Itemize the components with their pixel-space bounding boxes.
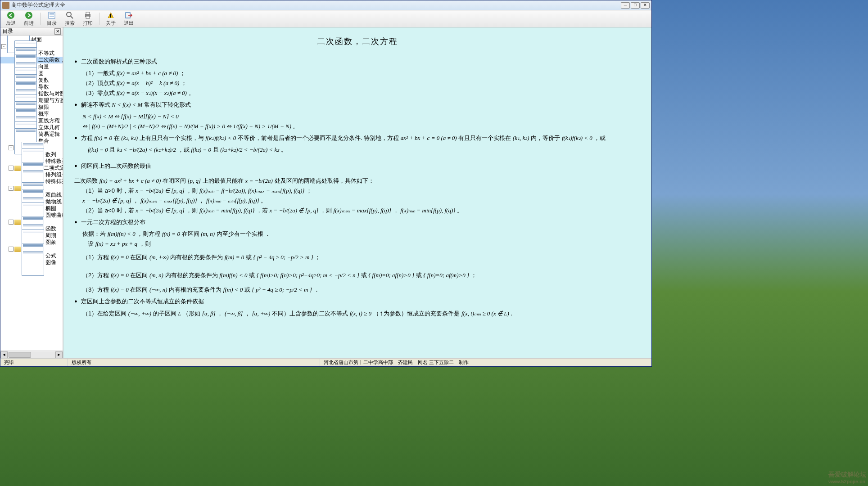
- toolbar-about-button[interactable]: 关于: [104, 11, 118, 27]
- content-pane: 二次函数，二次方程 二次函数的解析式的三种形式 （1）一般式 f(x) = ax…: [63, 27, 651, 358]
- toc-tree: 封面-常用公式不等式二次函数，二次方程向量圆复数导数指数与对数期望与方差极限概率…: [0, 36, 63, 351]
- print-icon: [84, 11, 92, 19]
- titlebar: 高中数学公式定理大全 ─ □ ✕: [0, 0, 651, 10]
- toolbar-print-button[interactable]: 打印: [81, 11, 95, 27]
- sidebar-header: 目录 ✕: [0, 27, 63, 36]
- exit-icon: [125, 11, 133, 19]
- svg-point-1: [25, 12, 32, 19]
- toolbar-label: 退出: [124, 20, 134, 27]
- toc-icon: [48, 11, 56, 19]
- svg-point-6: [67, 12, 71, 17]
- svg-line-7: [71, 16, 73, 18]
- tree-label: 图象: [45, 238, 56, 246]
- tree-node[interactable]: 图像: [0, 259, 63, 266]
- toolbar-label: 后退: [6, 20, 16, 27]
- forward-icon: [25, 11, 33, 19]
- sidebar: 目录 ✕ 封面-常用公式不等式二次函数，二次方程向量圆复数导数指数与对数期望与方…: [0, 27, 63, 358]
- sidebar-title: 目录: [2, 27, 13, 35]
- tree-toggle-icon[interactable]: -: [9, 166, 14, 171]
- tree-toggle-icon[interactable]: -: [9, 186, 14, 191]
- watermark: 吾爱破解论坛 www.52pojie.cn: [828, 471, 866, 484]
- formula: f(x) = a(x − x₁)(x − x₂)(a ≠ 0): [117, 90, 187, 96]
- toolbar: 后退前进目录搜索打印关于退出: [0, 10, 651, 27]
- toolbar-label: 搜索: [65, 20, 75, 27]
- scroll-left-icon[interactable]: ◄: [0, 351, 8, 358]
- app-icon: [2, 2, 9, 9]
- heading-param: 定区间上含参数的二次不等式恒成立的条件依据: [81, 297, 204, 306]
- tree-toggle-icon[interactable]: -: [9, 145, 14, 150]
- folder-icon: [14, 247, 21, 252]
- window-title: 高中数学公式定理大全: [11, 1, 621, 9]
- tree-toggle-icon[interactable]: -: [9, 220, 14, 225]
- tree-label: 特殊排列: [45, 178, 63, 185]
- page-icon: [22, 250, 44, 276]
- formula: N < f(x) < M ⇔ [f(x) − M][f(x) − N] < 0: [82, 112, 641, 122]
- svg-rect-2: [49, 12, 55, 18]
- tree-label: 图像: [45, 259, 56, 266]
- folder-icon: [14, 186, 21, 191]
- svg-rect-10: [86, 16, 90, 18]
- close-button[interactable]: ✕: [641, 2, 650, 9]
- minimize-button[interactable]: ─: [621, 2, 630, 9]
- formula: f(x) = a(x − h)² + k (a ≠ 0): [117, 80, 180, 86]
- search-icon: [66, 11, 74, 19]
- heading-closed-interval: 闭区间上的二次函数的最值: [81, 161, 151, 171]
- toolbar-label: 前进: [24, 20, 34, 27]
- heading-forms: 二次函数的解析式的三种形式: [81, 57, 157, 67]
- about-icon: [107, 11, 115, 19]
- tree-label: 圆锥曲线共性问题: [45, 212, 63, 219]
- formula: f(x) = ax² + bx + c (a ≠ 0): [117, 70, 178, 76]
- maximize-button[interactable]: □: [631, 2, 640, 9]
- heading-root-dist: 一元二次方程的实根分布: [81, 217, 145, 227]
- toolbar-search-button[interactable]: 搜索: [63, 11, 77, 27]
- formula: ⇔ | f(x) − (M+N)/2 | < (M−N)/2 ⇔ (f(x) −…: [82, 122, 641, 131]
- svg-rect-9: [86, 12, 90, 14]
- sidebar-close-button[interactable]: ✕: [54, 28, 61, 35]
- scroll-right-icon[interactable]: ►: [55, 351, 63, 358]
- toolbar-back-button[interactable]: 后退: [4, 11, 18, 27]
- tree-toggle-icon[interactable]: -: [9, 247, 14, 252]
- svg-point-0: [7, 12, 14, 19]
- toolbar-label: 打印: [83, 20, 93, 27]
- sidebar-hscroll[interactable]: ◄ ►: [0, 351, 63, 358]
- statusbar: 完毕 版权所有 河北省唐山市第十二中学高中部 齐建民 网名 三下五除二 制作: [0, 358, 651, 366]
- toolbar-label: 关于: [106, 20, 116, 27]
- status-right: 河北省唐山市第十二中学高中部 齐建民 网名 三下五除二 制作: [320, 359, 651, 366]
- folder-icon: [14, 166, 21, 171]
- tree-toggle-icon[interactable]: -: [1, 44, 6, 49]
- folder-icon: [14, 220, 21, 225]
- page-title: 二次函数，二次方程: [74, 35, 641, 49]
- toolbar-toc-button[interactable]: 目录: [45, 11, 59, 27]
- toolbar-forward-button[interactable]: 前进: [22, 11, 36, 27]
- status-left: 完毕: [0, 359, 68, 366]
- status-mid: 版权所有: [68, 359, 320, 366]
- toolbar-exit-button[interactable]: 退出: [122, 11, 136, 27]
- back-icon: [7, 11, 15, 19]
- toolbar-label: 目录: [47, 20, 57, 27]
